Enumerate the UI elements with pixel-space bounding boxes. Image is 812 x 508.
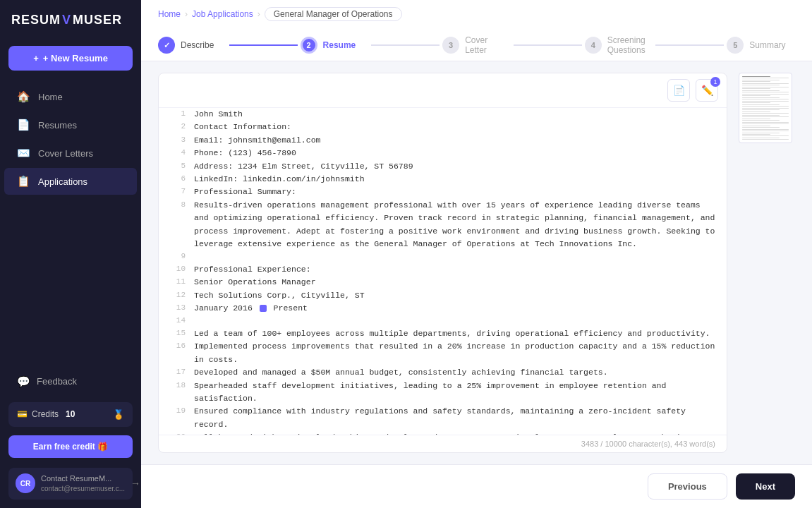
main-content: Home › Job Applications › General Manage… [141, 0, 812, 508]
applications-icon: 📋 [17, 175, 30, 188]
resume-line: 15Led a team of 100+ employees across mu… [170, 327, 715, 340]
document-button[interactable]: 📄 [667, 79, 690, 102]
line-text: Developed and managed a $50M annual budg… [194, 366, 715, 379]
contact-name: Contact ResumeM... [41, 473, 125, 484]
resume-line: 3Email: johnsmith@email.com [170, 134, 715, 147]
line-text: Address: 1234 Elm Street, Cityville, ST … [194, 160, 715, 173]
previous-button[interactable]: Previous [648, 473, 727, 500]
header: Home › Job Applications › General Manage… [141, 0, 812, 61]
date-separator [260, 305, 267, 312]
breadcrumb: Home › Job Applications › General Manage… [158, 7, 795, 21]
logo-rest: MUSER [73, 13, 122, 28]
line-number: 9 [170, 250, 186, 263]
step-circle-screening: 4 [585, 37, 602, 54]
resume-line: 2Contact Information: [170, 121, 715, 133]
sidebar-item-applications[interactable]: 📋Applications [4, 168, 137, 195]
breadcrumb-applications[interactable]: Job Applications [192, 9, 253, 19]
resume-toolbar: 📄 ✏️ 1 [159, 73, 727, 108]
sidebar-item-cover-letters[interactable]: ✉️Cover Letters [4, 140, 137, 167]
step-label-cover-letter: Cover Letter [465, 35, 511, 55]
credits-count: 10 [66, 409, 75, 419]
line-number: 19 [170, 405, 186, 431]
resume-line: 17Developed and managed a $50M annual bu… [170, 366, 715, 379]
sidebar-label-home: Home [38, 92, 63, 102]
step-cover-letter[interactable]: 3Cover Letter [442, 30, 511, 61]
feedback-item[interactable]: 💬 Feedback [4, 368, 137, 395]
earn-credit-button[interactable]: Earn free credit 🎁 [8, 435, 133, 458]
step-label-summary: Summary [749, 40, 785, 50]
step-summary[interactable]: 5Summary [727, 31, 795, 59]
line-number: 5 [170, 160, 186, 173]
credits-label: Credits [32, 409, 59, 419]
resume-line: 1John Smith [170, 108, 715, 121]
step-label-describe: Describe [181, 40, 214, 50]
line-text: Contact Information: [194, 121, 715, 133]
breadcrumb-current: General Manager of Operations [265, 7, 402, 21]
line-text: Email: johnsmith@email.com [194, 134, 715, 147]
sidebar: RESUMVMUSER + + New Resume 🏠Home📄Resumes… [0, 0, 141, 508]
sidebar-item-resumes[interactable]: 📄Resumes [4, 111, 137, 138]
step-label-screening: Screening Questions [607, 35, 653, 55]
credits-icon: 💳 [17, 409, 28, 419]
new-resume-label: + New Resume [43, 53, 108, 64]
line-number: 7 [170, 186, 186, 198]
content-area: 📄 ✏️ 1 1John Smith2Contact Information:3… [141, 61, 812, 464]
home-icon: 🏠 [17, 90, 30, 103]
step-line-2 [514, 44, 582, 46]
line-text: Tech Solutions Corp., Cityville, ST [194, 289, 715, 302]
plus-icon: + [33, 53, 39, 64]
line-number: 2 [170, 121, 186, 133]
line-text: LinkedIn: linkedin.com/in/johnsmith [194, 173, 715, 186]
resume-editor-area: 📄 ✏️ 1 1John Smith2Contact Information:3… [158, 73, 727, 453]
line-number: 8 [170, 199, 186, 251]
resume-thumbnail [739, 73, 792, 143]
line-text: Implemented process improvements that re… [194, 340, 715, 366]
step-resume[interactable]: 2Resume [301, 31, 369, 59]
breadcrumb-home[interactable]: Home [158, 9, 181, 19]
edit-badge: 1 [710, 77, 720, 87]
sidebar-label-resumes: Resumes [38, 120, 77, 131]
resume-line: 13January 2016 Present [170, 302, 715, 315]
resume-line: 16Implemented process improvements that … [170, 340, 715, 366]
contact-arrow-icon[interactable]: → [131, 478, 140, 489]
line-number: 16 [170, 340, 186, 366]
line-text: Spearheaded staff development initiative… [194, 380, 715, 406]
resume-line: 18Spearheaded staff development initiati… [170, 380, 715, 406]
contact-box: CR Contact ResumeM... contact@resumemuse… [8, 468, 133, 500]
step-screening[interactable]: 4Screening Questions [585, 30, 653, 61]
logo-text: RESUM [11, 13, 61, 28]
logo-v: V [62, 13, 71, 28]
step-describe[interactable]: ✓Describe [158, 31, 226, 59]
resume-line: 10Professional Experience: [170, 263, 715, 276]
step-circle-cover-letter: 3 [442, 37, 459, 54]
next-button[interactable]: Next [736, 473, 795, 500]
step-line-0 [229, 44, 298, 46]
line-text: January 2016 Present [194, 302, 715, 315]
line-number: 10 [170, 263, 186, 276]
line-number: 11 [170, 276, 186, 289]
contact-avatar: CR [16, 473, 35, 493]
sidebar-item-home[interactable]: 🏠Home [4, 83, 137, 110]
line-number: 3 [170, 134, 186, 147]
stepper: ✓Describe2Resume3Cover Letter4Screening … [158, 30, 795, 61]
app-logo: RESUMVMUSER [0, 0, 141, 40]
edit-button[interactable]: ✏️ 1 [696, 79, 718, 102]
feedback-label: Feedback [37, 376, 77, 387]
step-circle-resume: 2 [301, 37, 317, 54]
step-label-resume: Resume [323, 40, 356, 50]
line-text: Led a team of 100+ employees across mult… [194, 327, 715, 340]
medal-icon: 🏅 [113, 409, 124, 420]
breadcrumb-sep-1: › [185, 9, 188, 19]
step-circle-summary: 5 [727, 37, 744, 54]
step-circle-describe: ✓ [158, 37, 175, 54]
resume-line: 4Phone: (123) 456-7890 [170, 147, 715, 159]
resume-line: 9 [170, 250, 715, 263]
char-count: 3483 / 10000 character(s), 443 word(s) [159, 435, 727, 452]
resume-line: 7Professional Summary: [170, 186, 715, 198]
line-number: 18 [170, 380, 186, 406]
resume-editor[interactable]: 1John Smith2Contact Information:3Email: … [159, 108, 727, 435]
resume-line: 12Tech Solutions Corp., Cityville, ST [170, 289, 715, 302]
new-resume-button[interactable]: + + New Resume [8, 46, 133, 71]
line-number: 12 [170, 289, 186, 302]
document-icon: 📄 [673, 85, 685, 96]
